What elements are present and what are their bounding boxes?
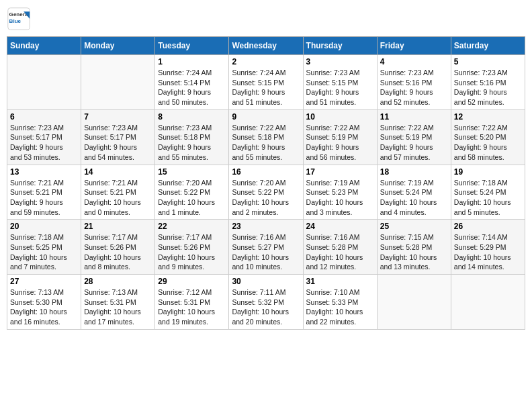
logo: General Blue — [7, 7, 31, 31]
day-number: 25 — [380, 222, 448, 231]
calendar-cell: 17Sunrise: 7:19 AM Sunset: 5:23 PM Dayli… — [303, 165, 377, 220]
day-info: Sunrise: 7:17 AM Sunset: 5:26 PM Dayligh… — [84, 232, 152, 272]
day-info: Sunrise: 7:16 AM Sunset: 5:28 PM Dayligh… — [306, 232, 374, 272]
calendar-cell: 25Sunrise: 7:15 AM Sunset: 5:28 PM Dayli… — [377, 220, 451, 275]
calendar-cell: 11Sunrise: 7:22 AM Sunset: 5:19 PM Dayli… — [377, 109, 451, 165]
calendar-cell: 15Sunrise: 7:20 AM Sunset: 5:22 PM Dayli… — [155, 165, 229, 220]
calendar-cell: 5Sunrise: 7:23 AM Sunset: 5:16 PM Daylig… — [451, 55, 525, 110]
calendar-week-row: 27Sunrise: 7:13 AM Sunset: 5:30 PM Dayli… — [7, 275, 525, 330]
day-number: 18 — [380, 167, 448, 177]
day-number: 12 — [454, 112, 522, 122]
day-of-week-header: Saturday — [451, 37, 525, 55]
day-number: 11 — [380, 112, 448, 122]
calendar-cell: 7Sunrise: 7:23 AM Sunset: 5:17 PM Daylig… — [81, 109, 155, 165]
day-number: 16 — [232, 167, 300, 177]
calendar-week-row: 20Sunrise: 7:18 AM Sunset: 5:25 PM Dayli… — [7, 220, 525, 275]
calendar-cell: 3Sunrise: 7:23 AM Sunset: 5:15 PM Daylig… — [303, 55, 377, 110]
day-number: 7 — [84, 112, 152, 122]
day-info: Sunrise: 7:20 AM Sunset: 5:22 PM Dayligh… — [232, 178, 300, 218]
day-info: Sunrise: 7:10 AM Sunset: 5:33 PM Dayligh… — [306, 287, 374, 327]
day-number: 9 — [232, 112, 300, 122]
day-info: Sunrise: 7:17 AM Sunset: 5:26 PM Dayligh… — [158, 232, 226, 272]
calendar-table: SundayMondayTuesdayWednesdayThursdayFrid… — [7, 36, 525, 330]
calendar-cell: 21Sunrise: 7:17 AM Sunset: 5:26 PM Dayli… — [81, 220, 155, 275]
calendar-cell: 29Sunrise: 7:12 AM Sunset: 5:31 PM Dayli… — [155, 275, 229, 330]
calendar-week-row: 1Sunrise: 7:24 AM Sunset: 5:14 PM Daylig… — [7, 55, 525, 110]
calendar-week-row: 6Sunrise: 7:23 AM Sunset: 5:17 PM Daylig… — [7, 109, 525, 165]
day-info: Sunrise: 7:18 AM Sunset: 5:24 PM Dayligh… — [454, 178, 522, 218]
day-info: Sunrise: 7:23 AM Sunset: 5:17 PM Dayligh… — [84, 123, 152, 163]
day-info: Sunrise: 7:24 AM Sunset: 5:15 PM Dayligh… — [232, 68, 300, 107]
day-info: Sunrise: 7:22 AM Sunset: 5:18 PM Dayligh… — [232, 123, 300, 163]
day-number: 6 — [10, 112, 78, 122]
day-number: 13 — [10, 167, 78, 177]
day-info: Sunrise: 7:23 AM Sunset: 5:16 PM Dayligh… — [380, 68, 448, 107]
day-number: 8 — [158, 112, 226, 122]
calendar-cell — [7, 55, 81, 110]
day-number: 17 — [306, 167, 374, 177]
day-number: 29 — [158, 277, 226, 286]
day-number: 22 — [158, 222, 226, 231]
day-info: Sunrise: 7:19 AM Sunset: 5:24 PM Dayligh… — [380, 178, 448, 218]
calendar-cell: 26Sunrise: 7:14 AM Sunset: 5:29 PM Dayli… — [451, 220, 525, 275]
day-number: 27 — [10, 277, 78, 286]
calendar-cell — [451, 275, 525, 330]
calendar-cell: 4Sunrise: 7:23 AM Sunset: 5:16 PM Daylig… — [377, 55, 451, 110]
calendar-cell: 24Sunrise: 7:16 AM Sunset: 5:28 PM Dayli… — [303, 220, 377, 275]
calendar-cell: 20Sunrise: 7:18 AM Sunset: 5:25 PM Dayli… — [7, 220, 81, 275]
day-info: Sunrise: 7:22 AM Sunset: 5:20 PM Dayligh… — [454, 123, 522, 163]
day-number: 20 — [10, 222, 78, 231]
day-of-week-header: Monday — [81, 37, 155, 55]
day-number: 2 — [232, 57, 300, 66]
day-number: 3 — [306, 57, 374, 66]
day-of-week-header: Thursday — [303, 37, 377, 55]
calendar-cell: 8Sunrise: 7:23 AM Sunset: 5:18 PM Daylig… — [155, 109, 229, 165]
day-info: Sunrise: 7:21 AM Sunset: 5:21 PM Dayligh… — [10, 178, 78, 218]
day-info: Sunrise: 7:23 AM Sunset: 5:17 PM Dayligh… — [10, 123, 78, 163]
day-number: 19 — [454, 167, 522, 177]
day-info: Sunrise: 7:14 AM Sunset: 5:29 PM Dayligh… — [454, 232, 522, 272]
day-info: Sunrise: 7:19 AM Sunset: 5:23 PM Dayligh… — [306, 178, 374, 218]
calendar-cell: 12Sunrise: 7:22 AM Sunset: 5:20 PM Dayli… — [451, 109, 525, 165]
day-info: Sunrise: 7:23 AM Sunset: 5:16 PM Dayligh… — [454, 68, 522, 107]
day-number: 15 — [158, 167, 226, 177]
calendar-cell — [81, 55, 155, 110]
calendar-cell: 22Sunrise: 7:17 AM Sunset: 5:26 PM Dayli… — [155, 220, 229, 275]
calendar-cell: 31Sunrise: 7:10 AM Sunset: 5:33 PM Dayli… — [303, 275, 377, 330]
calendar-cell: 6Sunrise: 7:23 AM Sunset: 5:17 PM Daylig… — [7, 109, 81, 165]
day-of-week-header: Friday — [377, 37, 451, 55]
calendar-cell: 13Sunrise: 7:21 AM Sunset: 5:21 PM Dayli… — [7, 165, 81, 220]
calendar-cell: 30Sunrise: 7:11 AM Sunset: 5:32 PM Dayli… — [229, 275, 303, 330]
day-info: Sunrise: 7:22 AM Sunset: 5:19 PM Dayligh… — [306, 123, 374, 163]
day-info: Sunrise: 7:20 AM Sunset: 5:22 PM Dayligh… — [158, 178, 226, 218]
day-info: Sunrise: 7:23 AM Sunset: 5:15 PM Dayligh… — [306, 68, 374, 107]
calendar-week-row: 13Sunrise: 7:21 AM Sunset: 5:21 PM Dayli… — [7, 165, 525, 220]
day-info: Sunrise: 7:18 AM Sunset: 5:25 PM Dayligh… — [10, 232, 78, 272]
day-number: 24 — [306, 222, 374, 231]
calendar-cell: 2Sunrise: 7:24 AM Sunset: 5:15 PM Daylig… — [229, 55, 303, 110]
day-number: 14 — [84, 167, 152, 177]
day-info: Sunrise: 7:21 AM Sunset: 5:21 PM Dayligh… — [84, 178, 152, 218]
day-info: Sunrise: 7:23 AM Sunset: 5:18 PM Dayligh… — [158, 123, 226, 163]
day-info: Sunrise: 7:22 AM Sunset: 5:19 PM Dayligh… — [380, 123, 448, 163]
day-number: 1 — [158, 57, 226, 66]
day-info: Sunrise: 7:13 AM Sunset: 5:30 PM Dayligh… — [10, 287, 78, 327]
day-number: 30 — [232, 277, 300, 286]
calendar-cell: 16Sunrise: 7:20 AM Sunset: 5:22 PM Dayli… — [229, 165, 303, 220]
calendar-cell: 27Sunrise: 7:13 AM Sunset: 5:30 PM Dayli… — [7, 275, 81, 330]
day-info: Sunrise: 7:24 AM Sunset: 5:14 PM Dayligh… — [158, 68, 226, 107]
calendar-cell: 28Sunrise: 7:13 AM Sunset: 5:31 PM Dayli… — [81, 275, 155, 330]
calendar-cell: 14Sunrise: 7:21 AM Sunset: 5:21 PM Dayli… — [81, 165, 155, 220]
calendar-header-row: SundayMondayTuesdayWednesdayThursdayFrid… — [7, 37, 525, 55]
day-number: 31 — [306, 277, 374, 286]
calendar-cell: 9Sunrise: 7:22 AM Sunset: 5:18 PM Daylig… — [229, 109, 303, 165]
calendar-cell: 23Sunrise: 7:16 AM Sunset: 5:27 PM Dayli… — [229, 220, 303, 275]
calendar-cell: 19Sunrise: 7:18 AM Sunset: 5:24 PM Dayli… — [451, 165, 525, 220]
day-info: Sunrise: 7:12 AM Sunset: 5:31 PM Dayligh… — [158, 287, 226, 327]
day-number: 5 — [454, 57, 522, 66]
day-number: 26 — [454, 222, 522, 231]
day-number: 23 — [232, 222, 300, 231]
day-of-week-header: Tuesday — [155, 37, 229, 55]
day-info: Sunrise: 7:16 AM Sunset: 5:27 PM Dayligh… — [232, 232, 300, 272]
calendar-cell: 18Sunrise: 7:19 AM Sunset: 5:24 PM Dayli… — [377, 165, 451, 220]
